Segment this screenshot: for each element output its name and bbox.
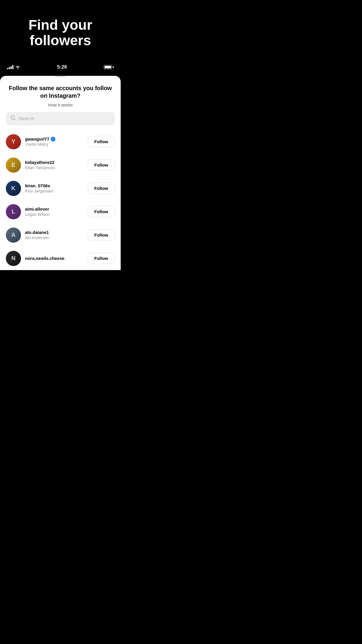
avatar-initial: Y xyxy=(6,134,21,149)
user-display-name: Eitan Yamamoto xyxy=(25,165,84,170)
hero-title: Find your followers xyxy=(6,18,115,48)
signal-bar-1 xyxy=(7,68,8,69)
avatar: Y xyxy=(6,134,21,149)
avatar: K xyxy=(6,181,21,196)
user-display-name: Yvette Mistry xyxy=(25,142,84,147)
sheet-header: Follow the same accounts you follow on I… xyxy=(0,77,121,112)
status-time: 5:26 xyxy=(57,64,67,70)
battery-tip xyxy=(113,66,114,68)
username-row: nora.needs.cheese xyxy=(25,256,84,261)
svg-line-1 xyxy=(14,119,15,120)
list-item: Y gwangurl77 ✓ Yvette Mistry Follow xyxy=(0,130,121,153)
search-field[interactable]: Search xyxy=(6,112,115,125)
follow-button[interactable]: Follow xyxy=(88,159,115,171)
user-display-name: Kirsi Jørgensen xyxy=(25,189,84,193)
search-placeholder: Search xyxy=(19,116,34,122)
signal-bar-3 xyxy=(10,66,12,69)
user-info: nora.needs.cheese xyxy=(25,256,84,261)
user-display-name: Airi Andersen xyxy=(25,235,84,240)
how-it-works-link[interactable]: How it works xyxy=(6,102,115,107)
username: gwangurl77 xyxy=(25,136,49,141)
username: hidayathere22 xyxy=(25,160,55,165)
wifi-icon xyxy=(15,65,20,69)
follow-button[interactable]: Follow xyxy=(88,136,115,147)
list-item: A alo.daiane1 Airi Andersen Follow xyxy=(0,223,121,247)
status-bar: 5:26 xyxy=(0,60,121,73)
signal-bar-4 xyxy=(12,65,13,69)
user-display-name: Logan Wilson xyxy=(25,212,84,217)
list-item: K kiran_0706x Kirsi Jørgensen Follow xyxy=(0,177,121,200)
user-info: kiran_0706x Kirsi Jørgensen xyxy=(25,183,84,193)
follow-button[interactable]: Follow xyxy=(88,183,115,194)
verified-badge: ✓ xyxy=(51,137,55,141)
username: alo.daiane1 xyxy=(25,230,49,235)
verified-check-icon: ✓ xyxy=(52,138,54,141)
list-item: E hidayathere22 Eitan Yamamoto Follow xyxy=(0,153,121,177)
avatar-initial: L xyxy=(6,204,21,219)
phone-frame: 5:26 Follow the same accounts you follow… xyxy=(0,60,121,270)
status-left xyxy=(7,65,20,69)
follow-button[interactable]: Follow xyxy=(88,206,115,217)
avatar: N xyxy=(6,251,21,266)
username-row: kiran_0706x xyxy=(25,183,84,188)
user-info: hidayathere22 Eitan Yamamoto xyxy=(25,160,84,170)
user-info: aimi.allover Logan Wilson xyxy=(25,206,84,217)
avatar-initial: K xyxy=(6,181,21,196)
username-row: gwangurl77 ✓ xyxy=(25,136,84,141)
username: kiran_0706x xyxy=(25,183,50,188)
avatar: A xyxy=(6,228,21,243)
user-list: Y gwangurl77 ✓ Yvette Mistry Follow E hi… xyxy=(0,130,121,270)
username-row: aimi.allover xyxy=(25,206,84,211)
list-item: L aimi.allover Logan Wilson Follow xyxy=(0,200,121,223)
search-container: Search xyxy=(0,112,121,130)
signal-bar-2 xyxy=(9,67,10,69)
search-icon xyxy=(10,115,16,122)
username: nora.needs.cheese xyxy=(25,256,64,261)
username-row: hidayathere22 xyxy=(25,160,84,165)
follow-button[interactable]: Follow xyxy=(88,229,115,241)
follow-button[interactable]: Follow xyxy=(88,253,115,264)
list-item: N nora.needs.cheese Follow xyxy=(0,247,121,270)
avatar: E xyxy=(6,158,21,173)
avatar: L xyxy=(6,204,21,219)
hero-section: Find your followers xyxy=(0,0,121,60)
user-info: gwangurl77 ✓ Yvette Mistry xyxy=(25,136,84,147)
signal-bars-icon xyxy=(7,65,13,69)
username: aimi.allover xyxy=(25,206,49,211)
avatar-initial: N xyxy=(6,251,21,266)
battery-icon xyxy=(104,65,114,69)
sheet-title: Follow the same accounts you follow on I… xyxy=(6,84,115,99)
user-info: alo.daiane1 Airi Andersen xyxy=(25,230,84,240)
avatar-initial: E xyxy=(6,158,21,173)
battery-fill xyxy=(105,66,111,68)
bottom-sheet: Follow the same accounts you follow on I… xyxy=(0,76,121,270)
avatar-initial: A xyxy=(6,228,21,243)
username-row: alo.daiane1 xyxy=(25,230,84,235)
battery-body xyxy=(104,65,112,69)
